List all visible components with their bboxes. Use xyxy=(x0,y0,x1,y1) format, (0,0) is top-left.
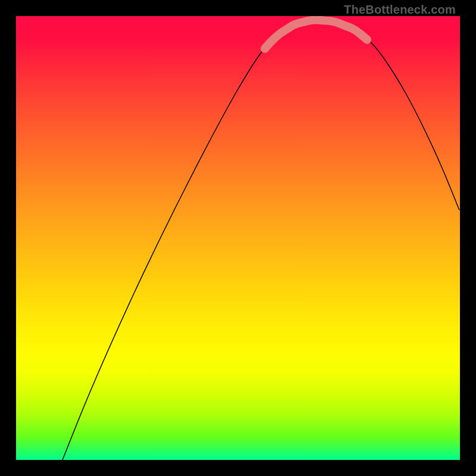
chart-svg xyxy=(16,16,460,460)
optimal-range-annotation xyxy=(265,20,367,49)
watermark-text: TheBottleneck.com xyxy=(344,3,456,17)
bottleneck-curve xyxy=(62,20,459,460)
plot-area xyxy=(16,16,460,460)
chart-frame: TheBottleneck.com xyxy=(0,0,476,476)
